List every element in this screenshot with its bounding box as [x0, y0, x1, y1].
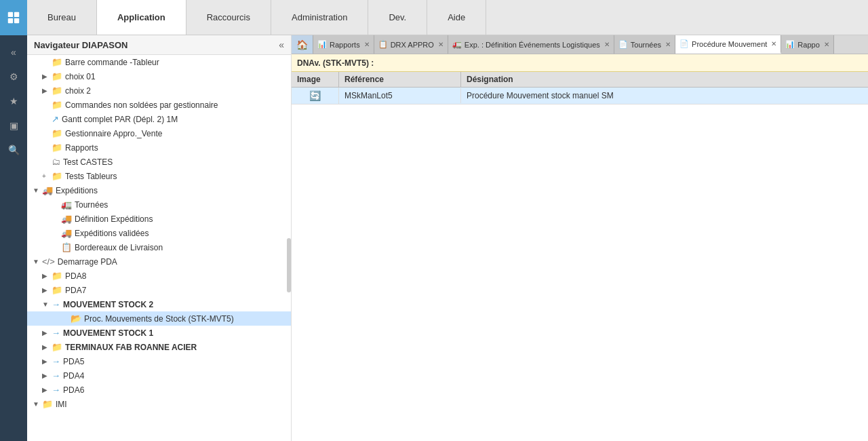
tree-item-expeditions-validees[interactable]: 🚚 Expéditions validées — [27, 226, 291, 240]
tree-item-mvt-stock2[interactable]: ▼ → MOUVEMENT STOCK 2 — [27, 297, 291, 311]
tree-item-gestionnaire[interactable]: 📁 Gestionnaire Appro._Vente — [27, 126, 291, 140]
tree-item-mvt-stock1[interactable]: ▶ → MOUVEMENT STOCK 1 — [27, 326, 291, 340]
tree-item-expeditions[interactable]: ▼ 🚚 Expéditions — [27, 183, 291, 197]
tree-item-tournees[interactable]: 🚛 Tournées — [27, 197, 291, 212]
arrow-right-icon: → — [52, 356, 60, 366]
truck-icon: 🚚 — [42, 185, 53, 195]
tree-item-terminaux[interactable]: ▶ 📁 TERMINAUX FAB ROANNE ACIER — [27, 340, 291, 354]
tree-chevron: ▼ — [33, 187, 42, 194]
tab-tournees-label: Tournées — [631, 41, 661, 49]
tab-drx-appro[interactable]: 📋 DRX APPRO ✕ — [374, 35, 448, 54]
nav-item-aide[interactable]: Aide — [427, 0, 486, 35]
tree-item-pda8[interactable]: ▶ 📁 PDA8 — [27, 269, 291, 283]
tab-proc-mvt[interactable]: 📄 Procédure Mouvement ✕ — [675, 35, 781, 54]
content-area: 🏠 📊 Rapports ✕ 📋 DRX APPRO ✕ 🚛 Exp. : Dé… — [292, 35, 868, 441]
nav-item-administration[interactable]: Administration — [271, 0, 368, 35]
tree-label: Test CASTES — [63, 157, 113, 167]
nav-item-dev[interactable]: Dev. — [368, 0, 427, 35]
svg-rect-0 — [8, 12, 13, 16]
table-header-image: Image — [292, 72, 339, 87]
tree-label: Demarrage PDA — [58, 257, 117, 267]
sidebar-tree: 📁 Barre commande -Tableur ▶ 📁 choix 01 ▶… — [27, 55, 291, 441]
tree-item-pda6[interactable]: ▶ → PDA6 — [27, 383, 291, 397]
tree-item-imi[interactable]: ▼ 📁 IMI — [27, 397, 291, 411]
gear-icon[interactable]: ⚙ — [3, 66, 24, 87]
nav-menu: Bureau Application Raccourcis Administra… — [27, 0, 868, 35]
tree-chevron: ▼ — [42, 301, 52, 308]
tree-label: Expéditions validées — [75, 229, 149, 238]
tab-rappo-close[interactable]: ✕ — [824, 41, 829, 48]
tab-rappo-label: Rappo — [797, 41, 819, 49]
doc-icon: 📁 — [52, 100, 62, 110]
svg-rect-3 — [14, 18, 19, 22]
tree-item-gantt[interactable]: ↗ Gantt complet PAR (Dépl. 2) 1M — [27, 112, 291, 126]
tree-label: PDA8 — [65, 271, 86, 281]
nav-item-raccourcis[interactable]: Raccourcis — [186, 0, 271, 35]
tab-exp-def[interactable]: 🚛 Exp. : Définition Événements Logistiqu… — [448, 35, 614, 54]
sidebar-collapse-button[interactable]: « — [279, 39, 284, 50]
table-row[interactable]: 🔄 MSkManLot5 Procédure Mouvement stock m… — [292, 88, 868, 104]
tab-drx-icon: 📋 — [378, 40, 388, 49]
tab-exp-close[interactable]: ✕ — [604, 41, 610, 48]
tree-label: MOUVEMENT STOCK 2 — [63, 300, 153, 309]
tree-item-pda7[interactable]: ▶ 📁 PDA7 — [27, 283, 291, 297]
search-icon[interactable]: 🔍 — [3, 140, 24, 160]
tab-proc-close[interactable]: ✕ — [771, 40, 776, 47]
tree-item-barre-commande[interactable]: 📁 Barre commande -Tableur — [27, 55, 291, 69]
tab-drx-close[interactable]: ✕ — [438, 41, 443, 48]
tree-item-commandes[interactable]: 📁 Commandes non soldées par gestionnaire — [27, 98, 291, 112]
tab-exp-icon: 🚛 — [452, 40, 462, 49]
tree-item-def-expeditions[interactable]: 🚚 Définition Expéditions — [27, 212, 291, 226]
tree-label: choix 2 — [65, 86, 91, 96]
tree-label: Commandes non soldées par gestionnaire — [65, 100, 218, 110]
tree-label: MOUVEMENT STOCK 1 — [63, 328, 153, 338]
tab-rapports-icon: 📊 — [317, 40, 327, 49]
tree-item-choix02[interactable]: ▶ 📁 choix 2 — [27, 83, 291, 98]
tab-rapports-label: Rapports — [330, 41, 360, 49]
folder-open-icon: 📂 — [71, 313, 81, 324]
tab-tournees[interactable]: 📄 Tournées ✕ — [614, 35, 675, 54]
tree-item-rapports[interactable]: 📁 Rapports — [27, 140, 291, 155]
table-cell-designation: Procédure Mouvement stock manuel SM — [461, 88, 868, 103]
monitor-icon[interactable]: ▣ — [3, 115, 24, 136]
home-icon: 🏠 — [296, 39, 308, 50]
tree-item-pda5[interactable]: ▶ → PDA5 — [27, 354, 291, 368]
tree-item-tests-tableurs[interactable]: + 📁 Tests Tableurs — [27, 169, 291, 183]
tree-item-pda4[interactable]: ▶ → PDA4 — [27, 368, 291, 383]
tree-item-proc-mvt-stock[interactable]: 📂 Proc. Mouvements de Stock (STK-MVT5) — [27, 311, 291, 326]
tree-label: IMI — [56, 400, 67, 409]
nav-item-application[interactable]: Application — [97, 0, 186, 35]
tabs-bar: 🏠 📊 Rapports ✕ 📋 DRX APPRO ✕ 🚛 Exp. : Dé… — [292, 35, 868, 54]
tree-chevron: ▶ — [42, 73, 52, 80]
tree-label: PDA5 — [63, 357, 84, 366]
table-header: Image Référence Désignation — [292, 72, 868, 88]
nav-item-bureau[interactable]: Bureau — [27, 0, 97, 35]
logo-icon — [6, 10, 21, 25]
tab-rapports[interactable]: 📊 Rapports ✕ — [313, 35, 374, 54]
arrow-right-icon: → — [52, 299, 60, 309]
tab-rappo[interactable]: 📊 Rappo ✕ — [781, 35, 833, 54]
tab-home[interactable]: 🏠 — [292, 35, 313, 54]
svg-rect-1 — [14, 12, 19, 16]
tree-label: Barre commande -Tableur — [65, 58, 159, 67]
folder-icon: 📁 — [52, 171, 62, 181]
tree-item-choix01[interactable]: ▶ 📁 choix 01 — [27, 69, 291, 83]
tree-chevron: ▼ — [33, 258, 42, 265]
folder-icon: 📁 — [52, 142, 62, 153]
tree-chevron: ▶ — [42, 358, 52, 365]
star-icon[interactable]: ★ — [3, 91, 24, 111]
tree-label: PDA7 — [65, 286, 86, 295]
tree-chevron: ▼ — [33, 400, 42, 408]
tree-item-test-castes[interactable]: 🗂 Test CASTES — [27, 155, 291, 169]
tab-tournees-close[interactable]: ✕ — [665, 41, 671, 48]
folder-icon: 📁 — [52, 128, 62, 138]
tab-proc-icon: 📄 — [679, 39, 689, 48]
tree-item-bordereaux[interactable]: 📋 Bordereaux de Livraison — [27, 240, 291, 254]
code-icon: </> — [42, 256, 55, 267]
table-header-designation: Désignation — [461, 72, 868, 87]
tree-item-demarrage-pda[interactable]: ▼ </> Demarrage PDA — [27, 254, 291, 269]
tab-rapports-close[interactable]: ✕ — [364, 41, 370, 48]
collapse-icon[interactable]: « — [3, 42, 24, 62]
tree-label: choix 01 — [65, 72, 96, 81]
svg-rect-2 — [8, 18, 13, 22]
